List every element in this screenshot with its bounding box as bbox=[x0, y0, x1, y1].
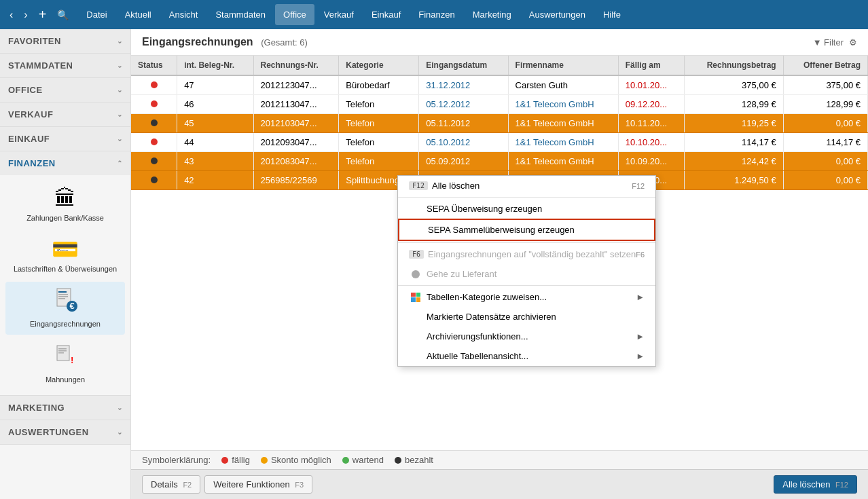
ctx-sepa-ueberweisung[interactable]: SEPA Überweisung erzeugen bbox=[398, 199, 655, 219]
ctx-alle-loeschen[interactable]: F12 Alle löschen F12 bbox=[398, 176, 655, 196]
ctx-archivieren-label: Markierte Datensätze archivieren bbox=[427, 312, 556, 322]
context-menu-overlay[interactable]: F12 Alle löschen F12 SEPA Überweisung er… bbox=[0, 0, 868, 499]
submenu-arrow-icon-2: ► bbox=[636, 331, 645, 341]
ctx-divider-1 bbox=[398, 197, 655, 198]
ctx-sepa-sammel[interactable]: SEPA Sammelüberweisung erzeugen bbox=[398, 219, 655, 241]
ctx-vollst-bezahlt-label: Eingangsrechnungen auf "vollständig beza… bbox=[428, 249, 636, 259]
ctx-gehe-lieferant: Gehe zu Lieferant bbox=[398, 264, 655, 284]
ctx-sepa-sammel-label: SEPA Sammelüberweisung erzeugen bbox=[428, 225, 575, 235]
ctx-divider-3 bbox=[398, 285, 655, 286]
ctx-alle-loeschen-shortcut: F12 bbox=[632, 182, 645, 190]
ctx-gehe-lieferant-label: Gehe zu Lieferant bbox=[427, 269, 496, 279]
ctx-archivierungsfunktionen-label: Archivierungsfunktionen... bbox=[427, 331, 528, 341]
ctx-tabellenansicht[interactable]: Aktuelle Tabellenansicht... ► bbox=[398, 346, 655, 366]
ctx-vollst-shortcut: F6 bbox=[636, 251, 645, 259]
color-grid-icon bbox=[411, 293, 420, 302]
f12-badge-icon: F12 bbox=[409, 181, 428, 190]
f6-badge-icon: F6 bbox=[409, 250, 424, 259]
ctx-tabellen-kategorie-label: Tabellen-Kategorie zuweisen... bbox=[427, 292, 547, 302]
context-menu: F12 Alle löschen F12 SEPA Überweisung er… bbox=[397, 175, 656, 367]
ctx-archivierungsfunktionen[interactable]: Archivierungsfunktionen... ► bbox=[398, 327, 655, 346]
ctx-divider-2 bbox=[398, 242, 655, 243]
gray-dot-icon bbox=[412, 270, 420, 278]
ctx-sepa-ueberweisung-label: SEPA Überweisung erzeugen bbox=[427, 204, 542, 214]
submenu-arrow-icon-3: ► bbox=[636, 351, 645, 361]
ctx-tabellen-kategorie[interactable]: Tabellen-Kategorie zuweisen... ► bbox=[398, 287, 655, 307]
ctx-archivieren[interactable]: Markierte Datensätze archivieren bbox=[398, 307, 655, 327]
ctx-vollst-bezahlt: F6 Eingangsrechnungen auf "vollständig b… bbox=[398, 244, 655, 264]
ctx-tabellenansicht-label: Aktuelle Tabellenansicht... bbox=[427, 351, 528, 361]
ctx-alle-loeschen-label: Alle löschen bbox=[432, 181, 480, 191]
submenu-arrow-icon: ► bbox=[636, 292, 645, 302]
